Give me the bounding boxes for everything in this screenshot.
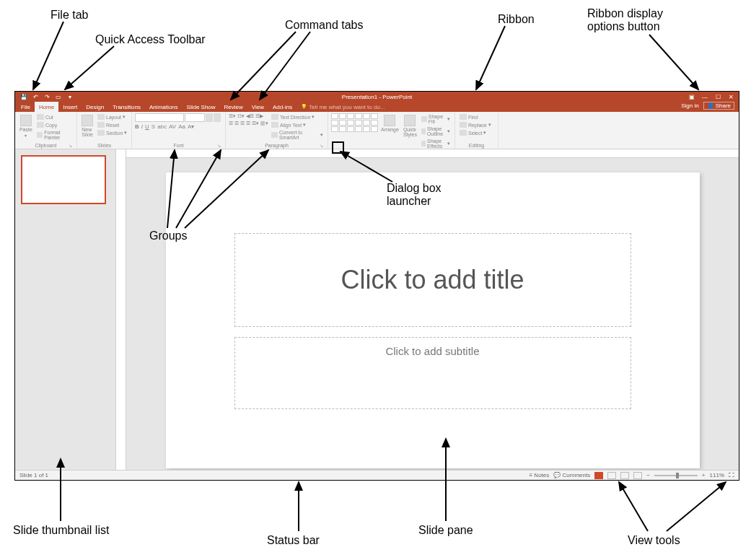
svg-line-2 (231, 32, 296, 100)
svg-line-6 (341, 152, 392, 182)
svg-line-10 (185, 150, 268, 228)
svg-rect-7 (333, 142, 343, 153)
svg-line-9 (176, 150, 221, 228)
svg-line-8 (167, 150, 175, 228)
annot-dialog-launcher: Dialog box launcher (387, 182, 442, 208)
annot-thumb-list: Slide thumbnail list (13, 524, 109, 537)
annot-view-tools: View tools (628, 534, 680, 547)
annot-groups: Groups (149, 229, 187, 242)
annot-status-bar: Status bar (267, 534, 320, 547)
svg-line-3 (260, 32, 310, 100)
annot-file-tab: File tab (50, 9, 88, 22)
annot-ribbon: Ribbon (498, 13, 535, 26)
svg-line-1 (65, 46, 114, 89)
annot-slide-pane: Slide pane (418, 524, 473, 537)
svg-line-4 (476, 26, 505, 89)
annot-command-tabs: Command tabs (285, 19, 364, 32)
svg-line-0 (33, 22, 63, 89)
svg-line-15 (667, 482, 726, 531)
annot-qat: Quick Access Toolbar (95, 33, 206, 46)
svg-line-14 (619, 482, 648, 531)
annot-ribbon-display: Ribbon display options button (587, 7, 663, 33)
svg-line-5 (649, 35, 698, 89)
